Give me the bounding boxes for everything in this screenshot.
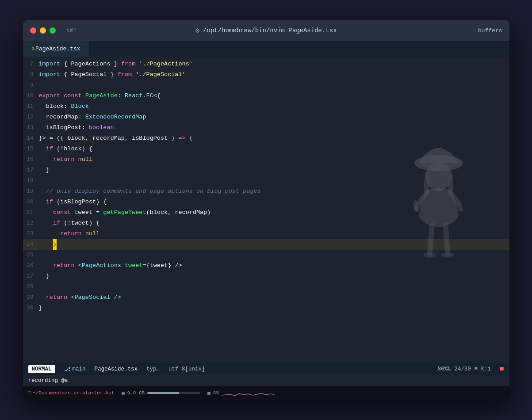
bottom-bar: □ ~/Documents/n…on-starter-kit ▦ 9.9 GB … bbox=[23, 386, 509, 400]
git-branch: ⎇ main bbox=[64, 366, 86, 373]
status-bar: NORMAL ⎇ main PageAside.tsx typ… utf-8[u… bbox=[23, 363, 509, 375]
line-number: 14 bbox=[23, 133, 39, 144]
code-line: 20 if (isBlogPost) { bbox=[23, 197, 509, 207]
folder-icon: □ bbox=[28, 390, 31, 396]
line-number: 26 bbox=[23, 260, 39, 271]
code-line: 7import { PageActions } from './PageActi… bbox=[23, 59, 509, 69]
memory-fill bbox=[147, 392, 179, 394]
title-bar: ⌥⌘1 ⚙ /opt/homebrew/bin/nvim PageAside.t… bbox=[23, 20, 509, 41]
code-line: 12 recordMap: ExtendedRecordMap bbox=[23, 112, 509, 122]
code-line: 8import { PageSocial } from './PageSocia… bbox=[23, 69, 509, 80]
line-number: 10 bbox=[23, 91, 39, 101]
folder-name: ~/Documents/n…on-starter-kit bbox=[33, 390, 115, 396]
line-content: return null bbox=[39, 154, 509, 165]
line-content: return <PageActions tweet={tweet} /> bbox=[39, 260, 509, 271]
recording-text: recording @a bbox=[28, 378, 68, 384]
line-number: 15 bbox=[23, 144, 39, 154]
current-file: PageAside.tsx bbox=[95, 366, 138, 372]
line-number: 25 bbox=[23, 250, 39, 260]
tab-bar: PageAside.tsx bbox=[23, 41, 509, 57]
line-content: return null bbox=[39, 229, 509, 239]
line-number: 19 bbox=[23, 186, 39, 197]
cpu-indicator: ▩ 8% bbox=[207, 389, 275, 397]
code-line: 28 bbox=[23, 282, 509, 292]
cpu-value: 8% bbox=[213, 390, 219, 396]
line-number: 20 bbox=[23, 197, 39, 207]
code-line: 29 return <PageSocial /> bbox=[23, 292, 509, 303]
line-number: 29 bbox=[23, 292, 39, 303]
line-number: 21 bbox=[23, 207, 39, 218]
code-line: 24 } bbox=[23, 239, 509, 250]
branch-icon: ⎇ bbox=[64, 366, 71, 373]
line-content: import { PageActions } from './PageActio… bbox=[39, 59, 509, 69]
buffers-button[interactable]: buffers bbox=[478, 27, 502, 34]
line-number: 9 bbox=[23, 80, 39, 91]
tab-label: PageAside.tsx bbox=[35, 46, 80, 52]
line-content: } bbox=[39, 271, 509, 282]
cpu-icon: ▩ bbox=[207, 390, 211, 396]
line-number: 27 bbox=[23, 271, 39, 282]
code-line: 15 if (!block) { bbox=[23, 144, 509, 154]
code-line: 23 return null bbox=[23, 229, 509, 239]
code-line: 14}> = ({ block, recordMap, isBlogPost }… bbox=[23, 133, 509, 144]
line-content: } bbox=[39, 165, 509, 176]
line-number: 24 bbox=[23, 239, 39, 250]
code-container: 7import { PageActions } from './PageActi… bbox=[23, 57, 509, 363]
cursor-position: 80%‰ 24/30 ≡ %:1 bbox=[438, 366, 491, 372]
code-line: 10export const PageAside: React.FC<{ bbox=[23, 91, 509, 101]
file-type: typ… bbox=[146, 366, 160, 372]
code-line: 30} bbox=[23, 303, 509, 313]
line-content: return <PageSocial /> bbox=[39, 292, 509, 303]
vim-mode: NORMAL bbox=[28, 365, 55, 373]
code-line: 18 bbox=[23, 176, 509, 186]
line-number: 17 bbox=[23, 165, 39, 176]
code-line: 13 isBlogPost: boolean bbox=[23, 122, 509, 133]
code-line: 27 } bbox=[23, 271, 509, 282]
cpu-sparkline bbox=[222, 389, 275, 397]
line-number: 22 bbox=[23, 218, 39, 229]
line-number: 16 bbox=[23, 154, 39, 165]
editor-area[interactable]: 7import { PageActions } from './PageActi… bbox=[23, 57, 509, 363]
branch-name: main bbox=[73, 366, 86, 372]
maximize-button[interactable] bbox=[50, 27, 56, 34]
line-number: 7 bbox=[23, 59, 39, 69]
code-line: 16 return null bbox=[23, 154, 509, 165]
line-content: if (!block) { bbox=[39, 144, 509, 154]
line-content: export const PageAside: React.FC<{ bbox=[39, 91, 509, 101]
file-encoding: utf-8[unix] bbox=[168, 366, 205, 372]
code-line: 22 if (!tweet) { bbox=[23, 218, 509, 229]
code-line: 21 const tweet = getPageTweet(block, rec… bbox=[23, 207, 509, 218]
keyboard-shortcut: ⌥⌘1 bbox=[66, 27, 77, 34]
code-line: 11 block: Block bbox=[23, 101, 509, 112]
line-content: } bbox=[39, 303, 509, 313]
code-line: 9 bbox=[23, 80, 509, 91]
line-content: if (!tweet) { bbox=[39, 218, 509, 229]
folder-path: □ ~/Documents/n…on-starter-kit bbox=[28, 390, 115, 396]
traffic-lights bbox=[30, 27, 56, 34]
line-content: block: Block bbox=[39, 101, 509, 112]
nvim-icon: ⚙ bbox=[195, 26, 199, 35]
line-content: }> = ({ block, recordMap, isBlogPost } =… bbox=[39, 133, 509, 144]
line-content: recordMap: ExtendedRecordMap bbox=[39, 112, 509, 122]
line-number: 18 bbox=[23, 176, 39, 186]
active-tab[interactable]: PageAside.tsx bbox=[23, 41, 89, 57]
memory-indicator: ▦ 9.9 GB bbox=[122, 390, 200, 396]
code-line: 17 } bbox=[23, 165, 509, 176]
line-number: 11 bbox=[23, 101, 39, 112]
line-content: // only display comments and page action… bbox=[39, 186, 509, 197]
line-number: 12 bbox=[23, 112, 39, 122]
minimize-button[interactable] bbox=[40, 27, 46, 34]
code-line: 26 return <PageActions tweet={tweet} /> bbox=[23, 260, 509, 271]
error-indicator: ■ bbox=[500, 365, 504, 373]
line-content: import { PageSocial } from './PageSocial… bbox=[39, 69, 509, 80]
code-line: 25 bbox=[23, 250, 509, 260]
line-number: 8 bbox=[23, 69, 39, 80]
line-number: 30 bbox=[23, 303, 39, 313]
close-button[interactable] bbox=[30, 27, 36, 34]
code-line: 19 // only display comments and page act… bbox=[23, 186, 509, 197]
window-title-area: ⚙ /opt/homebrew/bin/nvim PageAside.tsx bbox=[195, 26, 337, 35]
line-content: if (isBlogPost) { bbox=[39, 197, 509, 207]
line-number: 13 bbox=[23, 122, 39, 133]
line-number: 28 bbox=[23, 282, 39, 292]
line-content: const tweet = getPageTweet(block, record… bbox=[39, 207, 509, 218]
